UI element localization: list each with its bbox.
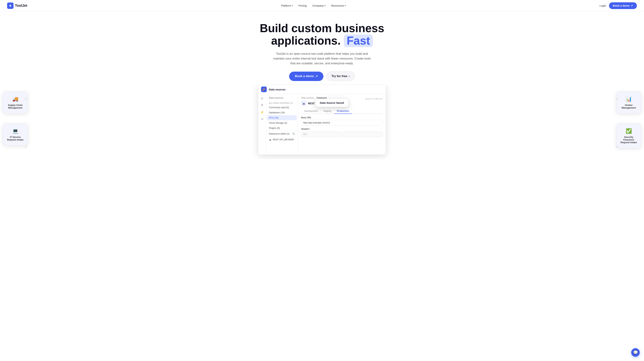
- vendor-mgmt-label: Vendor Management: [620, 104, 638, 109]
- sidebar-datasource-item[interactable]: ☁ REST API_BEARER: [266, 137, 298, 142]
- base-url-field: Base URL: [301, 116, 382, 128]
- nav-platform[interactable]: Platform ▾: [281, 4, 293, 7]
- cloud-icon: ☁: [269, 138, 271, 141]
- version-label: Version V1.2001122: [365, 98, 382, 100]
- datasources-sidebar: Data sources ALL DATA SOURCES 41 Commonl…: [266, 94, 298, 154]
- headers-grid: KEY: [301, 132, 382, 137]
- card-supply-chain[interactable]: 🚚 Supply Chain Management: [3, 92, 28, 114]
- sidebar-icon-grid[interactable]: ⊞: [261, 97, 263, 100]
- hero-section: Build custom business applications. Fast…: [0, 11, 644, 84]
- try-free-button[interactable]: Try for free ›: [326, 72, 355, 81]
- header-value-cell: [342, 132, 382, 137]
- hero-subtext: ToolJet is an open-source low-code platf…: [272, 51, 372, 66]
- hero-headline: Build custom business applications. Fast: [251, 22, 393, 47]
- tab-production[interactable]: Production: [334, 108, 352, 114]
- sidebar-item-commonly-used[interactable]: Commonly used (5): [266, 105, 298, 110]
- tab-staging[interactable]: Staging: [320, 108, 334, 114]
- card-security-clearance[interactable]: ✅ Security Clearance Request Intake: [616, 124, 641, 148]
- toast-data-source-saved: Data Source Saved: [316, 98, 348, 107]
- plus-mark-3: +: [616, 97, 618, 101]
- sidebar-icon-flag[interactable]: ⚑: [261, 104, 263, 107]
- sidebar-item-plugins[interactable]: Plugins (0): [266, 126, 298, 130]
- nav-actions: Login Book a demo ↗: [600, 2, 637, 9]
- chevron-down-icon: ▾: [292, 4, 293, 7]
- demo-top-bar: 🚀 Data sources: [258, 85, 386, 94]
- it-service-icon: 💻: [12, 128, 18, 134]
- card-it-service[interactable]: 💻 IT Service Request Intake: [3, 124, 28, 146]
- sidebar-icon-bolt[interactable]: ⚡: [260, 110, 264, 114]
- book-demo-button-nav[interactable]: Book a demo ↗: [609, 2, 637, 9]
- arrow-icon: ↗: [631, 4, 633, 7]
- search-icon[interactable]: 🔍: [292, 132, 295, 135]
- chevron-down-icon-3: ▾: [345, 4, 346, 7]
- sidebar-icon-gear[interactable]: ⚙: [261, 118, 263, 121]
- sidebar-item-databases[interactable]: Databases (19): [266, 110, 298, 115]
- sidebar-all-section: ALL DATA SOURCES 41: [266, 100, 298, 105]
- logo-icon: [7, 2, 14, 9]
- supply-chain-icon: 🚚: [12, 96, 18, 102]
- plus-mark-1: +: [25, 97, 27, 101]
- nav-resources[interactable]: Resources ▾: [331, 4, 346, 7]
- chevron-right-icon: ›: [349, 74, 350, 78]
- header-key-cell: KEY: [301, 132, 341, 137]
- logo[interactable]: ToolJet: [7, 2, 27, 9]
- hero-buttons: Book a demo ↗ Try for free ›: [4, 72, 640, 81]
- tab-development[interactable]: Development: [301, 108, 320, 114]
- security-label: Security Clearance Request Intake: [620, 136, 638, 144]
- fast-word: Fast: [344, 34, 373, 47]
- base-url-input[interactable]: [301, 120, 382, 126]
- env-tabs: Development Staging Production: [301, 108, 382, 114]
- card-vendor-mgmt[interactable]: 📊 Vendor Management: [616, 92, 641, 114]
- nav-links: Platform ▾ Pricing Company ▾ Resources ▾: [281, 4, 346, 7]
- book-demo-button-hero[interactable]: Book a demo ↗: [289, 72, 324, 81]
- demo-floating-section: 🚚 Supply Chain Management 💻 IT Service R…: [0, 84, 644, 159]
- demo-rocket-icon: 🚀: [261, 86, 267, 92]
- plus-mark-4: +: [616, 145, 618, 149]
- vendor-mgmt-icon: 📊: [626, 96, 632, 102]
- it-service-label: IT Service Request Intake: [6, 136, 24, 141]
- nav-pricing[interactable]: Pricing: [298, 4, 307, 7]
- security-icon: ✅: [626, 128, 632, 134]
- arrow-icon-hero: ↗: [315, 74, 318, 78]
- demo-title: Data sources: [269, 88, 286, 91]
- logo-svg: [8, 4, 12, 8]
- sidebar-icon-strip: ⊞ ⚑ ⚡ ⚙: [258, 94, 266, 154]
- navbar: ToolJet Platform ▾ Pricing Company ▾ Res…: [0, 0, 644, 11]
- nav-company[interactable]: Company ▾: [312, 4, 326, 7]
- chevron-down-icon-2: ▾: [324, 4, 326, 7]
- sidebar-footer: Datasource added (1) 🔍: [266, 130, 298, 137]
- logo-text: ToolJet: [15, 4, 27, 8]
- sidebar-item-cloud-storage[interactable]: Cloud Storage (3): [266, 120, 298, 126]
- login-button[interactable]: Login: [600, 4, 606, 7]
- headers-section: Headers KEY: [301, 128, 382, 137]
- supply-chain-label: Supply Chain Management: [6, 104, 24, 109]
- api-icon: ☁: [301, 101, 306, 106]
- demo-panel: 🚀 Data sources Data Source Saved ⊞ ⚑ ⚡ ⚙…: [258, 84, 386, 155]
- sidebar-item-apis[interactable]: APIs (19): [267, 115, 297, 120]
- plus-mark-2: +: [25, 145, 27, 149]
- sidebar-title: Data sources: [266, 97, 298, 100]
